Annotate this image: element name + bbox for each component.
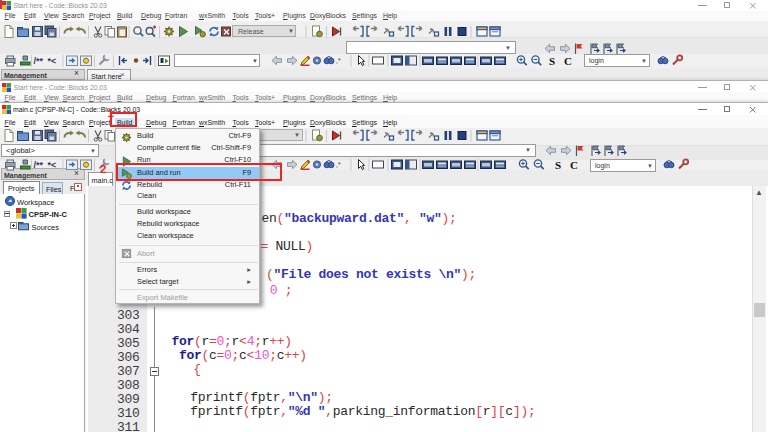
svg-text:,*: ,* [336,161,341,168]
svg-text:S: S [555,159,561,171]
svg-text:,*: ,* [336,57,341,64]
svg-text:/**: /** [34,160,44,170]
svg-text:C: C [570,159,578,171]
svg-text:*<: *< [48,56,57,66]
svg-text:S: S [549,55,555,67]
svg-text:/**: /** [34,56,44,66]
svg-text:*<: *< [48,160,57,170]
svg-text:C: C [564,55,572,67]
